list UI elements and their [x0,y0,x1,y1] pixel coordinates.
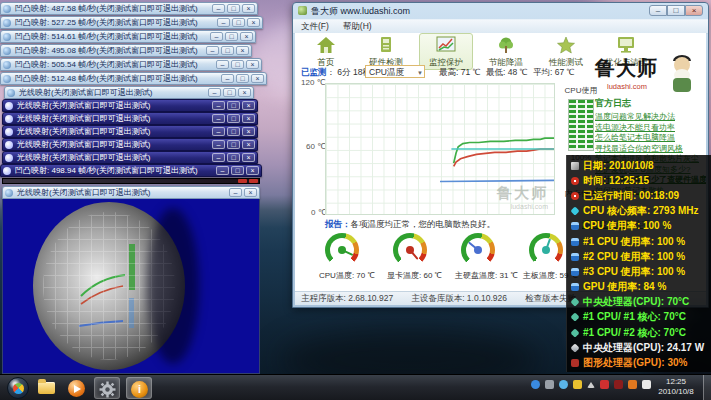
benchmark-window-titlebar[interactable]: 光线映射(关闭测试窗口即可退出测试) – □ × [2,99,258,112]
official-blog-link-2[interactable]: 选电源决不能只看功率 [595,123,706,134]
minimize-button[interactable]: – [229,188,242,197]
maximize-button[interactable]: □ [231,60,244,69]
benchmark-window-titlebar[interactable]: 光线映射(关闭测试窗口即可退出测试) – □ × [2,138,258,151]
maximize-button[interactable]: □ [667,5,685,16]
maximize-button[interactable]: □ [223,88,236,97]
close-button[interactable]: × [242,114,255,123]
metric-dropdown[interactable]: CPU温度▼ [365,65,425,78]
maximize-button[interactable]: □ [227,4,240,13]
close-button[interactable]: × [242,140,255,149]
tray-arrow-icon[interactable] [587,382,595,388]
close-button[interactable]: × [242,4,255,13]
taskbar-benchmark-button[interactable] [94,377,120,399]
benchmark-window-titlebar[interactable]: 凹凸映射: 505.54 帧/秒(关闭测试窗口即可退出测试) – □ × [0,58,262,71]
tray-alert-icon[interactable] [614,380,623,389]
close-button[interactable]: × [238,88,251,97]
window-title: 光线映射(关闭测试窗口即可退出测试) [3,152,219,163]
window-titlebar[interactable]: 鲁大师 www.ludashi.com – □ × [293,3,708,19]
official-blog-link-1[interactable]: 温度问题常见解决办法 [595,112,706,123]
taskbar-explorer-button[interactable] [34,377,60,399]
minimize-button[interactable]: – [212,127,225,136]
tray-app-blue-icon[interactable] [531,380,540,389]
minimize-button[interactable]: – [212,101,225,110]
minimize-button[interactable]: – [212,4,225,13]
temperature-gauge: CPU温度: 70 ℃ [319,233,365,281]
tray-gear-icon[interactable] [545,380,554,389]
window-gear-icon [5,102,13,110]
minimize-button[interactable] [238,179,247,183]
close-button[interactable]: × [251,74,264,83]
benchmark-window-titlebar[interactable]: 光线映射(关闭测试窗口即可退出测试) – □ × [2,112,258,125]
window-gear-icon [3,33,11,41]
maximize-button[interactable]: □ [221,46,234,55]
close-button[interactable]: × [240,32,253,41]
close-button[interactable]: × [685,5,703,16]
minimize-button[interactable]: – [212,114,225,123]
toolbar-item-4[interactable]: 节能降温 [479,33,533,70]
taskbar-clock[interactable]: 12:25 2010/10/8 [653,377,699,397]
toolbar-item-5[interactable]: 性能测试 [539,33,593,70]
minimize-button[interactable]: – [212,140,225,149]
tray-volume-icon[interactable] [642,380,651,389]
close-button[interactable]: × [242,127,255,136]
official-blog-link-4[interactable]: 寻找最适合你的空调风格 [595,144,706,155]
overlay-row: 时间: 12:25:15 [567,173,711,188]
benchmark-window-titlebar[interactable]: 凹凸映射: 495.08 帧/秒(关闭测试窗口即可退出测试) – □ × [0,44,252,57]
menu-file[interactable]: 文件(F) [301,20,329,33]
toolbar-item-1[interactable]: 首页 [299,33,353,70]
maximize-button[interactable]: □ [227,114,240,123]
start-button[interactable] [7,377,29,399]
overlay-row: #2 CPU 使用率: 100 % [567,249,711,264]
toolbar-item-3[interactable]: 监控保护 [419,33,473,70]
chip-icon [570,207,579,216]
minimize-button[interactable]: – [216,60,229,69]
close-button[interactable]: × [242,101,255,110]
tray-network-icon[interactable] [628,380,637,389]
taskbar-mediaplayer-button[interactable] [64,377,90,399]
minimize-button[interactable]: – [212,153,225,162]
benchmark-window-titlebar[interactable]: 凹凸映射: 498.94 帧/秒(关闭测试窗口即可退出测试) – □ × [0,164,262,177]
close-button[interactable]: × [247,18,260,27]
window-title: 光线映射(关闭测试窗口即可退出测试) [3,187,221,198]
menu-help[interactable]: 帮助(H) [343,20,372,33]
stat-min: 最低: 48 ℃ [486,67,527,79]
benchmark-window-titlebar[interactable]: 凹凸映射: 487.58 帧/秒(关闭测试窗口即可退出测试) – □ × [0,2,258,15]
close-button[interactable]: × [246,166,259,175]
benchmark-window-titlebar[interactable]: 凹凸映射: 527.25 帧/秒(关闭测试窗口即可退出测试) – □ × [0,16,263,29]
collapsed-window[interactable] [2,178,260,184]
minimize-button[interactable]: – [217,18,230,27]
minimize-button[interactable]: – [221,74,234,83]
maximize-button[interactable]: □ [236,74,249,83]
minimize-button[interactable]: – [216,166,229,175]
close-button[interactable]: × [246,60,259,69]
minimize-button[interactable]: – [210,32,223,41]
close-button[interactable]: × [242,153,255,162]
maximize-button[interactable]: □ [227,153,240,162]
taskbar-ludashi-button[interactable]: i [126,377,152,399]
maximize-button[interactable]: □ [232,18,245,27]
minimize-button[interactable]: – [649,5,667,16]
maximize-button[interactable]: □ [227,140,240,149]
benchmark-window-titlebar[interactable]: 凹凸映射: 514.61 帧/秒(关闭测试窗口即可退出测试) – □ × [0,30,256,43]
minimize-button[interactable]: – [206,46,219,55]
close-button[interactable]: × [244,188,257,197]
tray-dots-icon[interactable] [573,380,582,389]
benchmark-window-titlebar[interactable]: 光线映射(关闭测试窗口即可退出测试) – □ × [2,151,258,164]
benchmark-window-titlebar[interactable]: 光线映射(关闭测试窗口即可退出测试) – □ × [2,125,258,138]
tray-security-icon[interactable] [600,380,609,389]
temp-icon [570,313,579,322]
maximize-button[interactable]: □ [227,127,240,136]
window-titlebar[interactable]: 光线映射(关闭测试窗口即可退出测试) – × [2,186,260,199]
minimize-button[interactable]: – [208,88,221,97]
show-desktop-button[interactable] [703,375,711,400]
overlay-row: 日期: 2010/10/8 [567,158,711,173]
tray-snowflake-icon[interactable] [559,380,568,389]
benchmark-window-titlebar[interactable]: 光线映射(关闭测试窗口即可退出测试) – □ × [4,86,254,99]
maximize-button[interactable]: □ [225,32,238,41]
maximize-button[interactable]: □ [231,166,244,175]
maximize-button[interactable]: □ [227,101,240,110]
close-button[interactable] [249,179,258,183]
benchmark-window-titlebar[interactable]: 凹凸映射: 512.48 帧/秒(关闭测试窗口即可退出测试) – □ × [0,72,267,85]
close-button[interactable]: × [236,46,249,55]
official-blog-link-3[interactable]: 怎么给笔记本电脑降温 [595,133,706,144]
